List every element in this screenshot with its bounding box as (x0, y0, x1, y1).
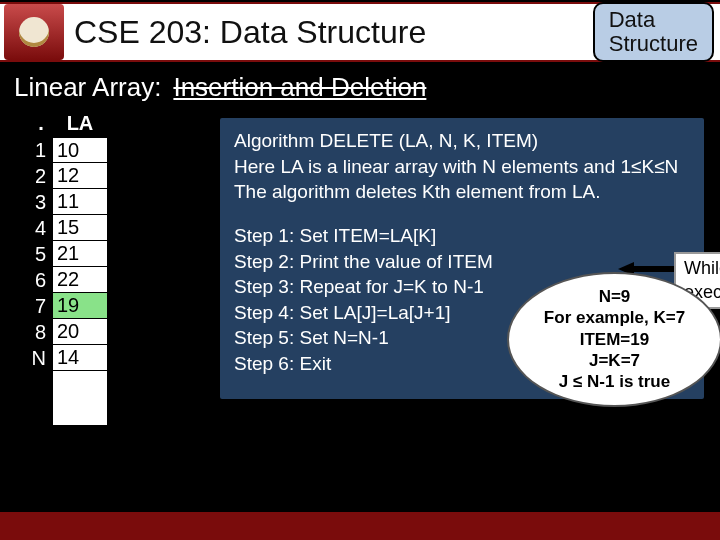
array-cell: 22 (52, 267, 108, 293)
array-cell: 11 (52, 189, 108, 215)
example-callout: N=9 For example, K=7 ITEM=19 J=K=7 J ≤ N… (507, 272, 720, 407)
section-topic: Insertion and Deletion (173, 72, 426, 103)
array-index: 4 (30, 215, 52, 241)
algo-intro-line: Here LA is a linear array with N element… (234, 154, 690, 180)
section-heading: Linear Array: Insertion and Deletion (14, 72, 426, 103)
array-cell: 10 (52, 137, 108, 163)
uni-logo-icon (4, 4, 64, 60)
array-pad (30, 371, 52, 426)
title-bar: CSE 203: Data Structure Data Structure (0, 2, 720, 62)
array-cell: 20 (52, 319, 108, 345)
array-index: 1 (30, 137, 52, 163)
array-cell: 14 (52, 345, 108, 371)
example-line: N=9 (599, 286, 631, 307)
topic-badge: Data Structure (593, 2, 714, 62)
algo-intro-line: Algorithm DELETE (LA, N, K, ITEM) (234, 128, 690, 154)
badge-line: Data (609, 8, 698, 32)
linear-array-table: . LA 1 10 2 12 3 11 4 15 5 21 6 22 7 19 … (30, 112, 108, 426)
section-label: Linear Array: (14, 72, 161, 103)
array-index: N (30, 345, 52, 371)
algo-step: Step 1: Set ITEM=LA[K] (234, 223, 690, 249)
example-line: J=K=7 (589, 350, 640, 371)
array-cell: 15 (52, 215, 108, 241)
array-col-dot: . (30, 112, 52, 137)
array-index: 7 (30, 293, 52, 319)
array-index: 2 (30, 163, 52, 189)
course-title: CSE 203: Data Structure (74, 14, 426, 51)
array-empty-cell (52, 371, 108, 426)
footer-bar (0, 512, 720, 540)
example-line: For example, K=7 (544, 307, 685, 328)
array-index: 5 (30, 241, 52, 267)
badge-line: Structure (609, 32, 698, 56)
array-index: 6 (30, 267, 52, 293)
array-index: 3 (30, 189, 52, 215)
algorithm-panel: Algorithm DELETE (LA, N, K, ITEM) Here L… (220, 118, 704, 399)
example-line: ITEM=19 (580, 329, 649, 350)
example-line: J ≤ N-1 is true (559, 371, 670, 392)
algo-intro-line: The algorithm deletes Kth element from L… (234, 179, 690, 205)
array-cell: 12 (52, 163, 108, 189)
array-col-la: LA (52, 112, 108, 137)
array-cell-highlight: 19 (52, 293, 108, 319)
array-index: 8 (30, 319, 52, 345)
array-cell: 21 (52, 241, 108, 267)
